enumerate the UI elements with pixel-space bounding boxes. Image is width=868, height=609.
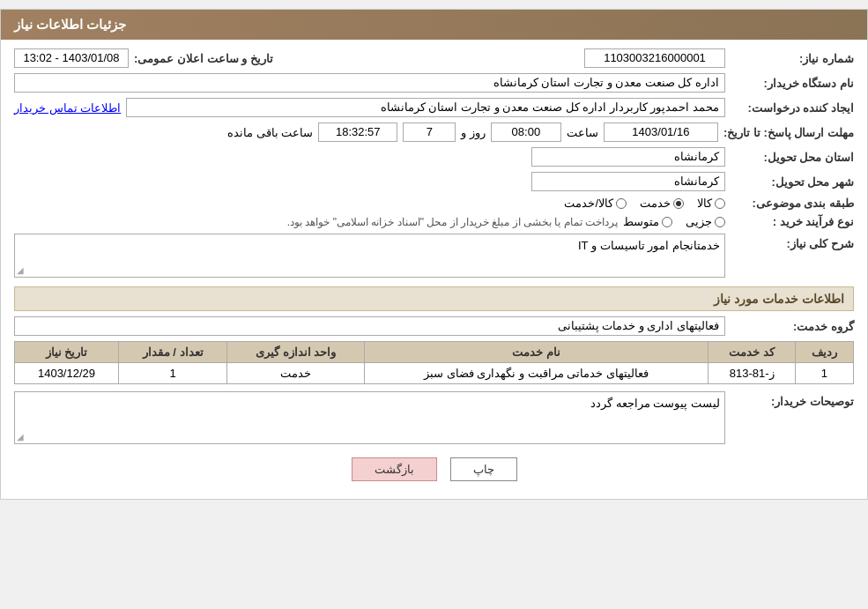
farayand-mota-label: متوسط — [623, 215, 659, 228]
tabaqe-khadamat[interactable]: خدمت — [640, 197, 684, 210]
row-shomare-tarik: شماره نیاز: 1103003216000001 تاریخ و ساع… — [14, 48, 854, 68]
tabaqe-kala-khadamat[interactable]: کالا/خدمت — [564, 197, 627, 210]
farayand-radio-group: جزیی متوسط — [623, 215, 725, 228]
ostan-label: استان محل تحویل: — [731, 151, 854, 164]
sharh-label: شرح کلی نیاز: — [731, 234, 854, 250]
page-wrapper: جزئیات اطلاعات نیاز شماره نیاز: 11030032… — [0, 9, 868, 500]
farayand-label: نوع فرآیند خرید : — [731, 215, 854, 228]
row-mohlat: مهلت ارسال پاسخ: تا تاریخ: 1403/01/16 سا… — [14, 123, 854, 142]
page-title: جزئیات اطلاعات نیاز — [14, 17, 126, 32]
row-tozihat: توصیحات خریدار: لیست پیوست مراجعه گردد ◢ — [14, 391, 854, 444]
farayand-jozi[interactable]: جزیی — [686, 215, 725, 228]
mohlat-time: 08:00 — [491, 123, 561, 142]
resize-icon: ◢ — [17, 265, 24, 275]
ostan-value: کرمانشاه — [531, 147, 725, 167]
farayand-text: پرداخت تمام یا بخشی از مبلغ خریدار از مح… — [287, 216, 618, 228]
nam-dasgah-value: اداره کل صنعت معدن و تجارت استان کرمانشا… — [14, 73, 725, 93]
cell-vahedAndaze: خدمت — [227, 363, 365, 384]
tarik-alan-value: 1403/01/08 - 13:02 — [14, 48, 129, 68]
service-table: ردیف کد خدمت نام خدمت واحد اندازه گیری ت… — [14, 341, 854, 384]
col-kod: کد خدمت — [708, 342, 796, 363]
row-farayand: نوع فرآیند خرید : جزیی متوسط پرداخت تمام… — [14, 215, 854, 228]
tozihat-resize-icon: ◢ — [17, 432, 24, 442]
shomare-niaz-value: 1103003216000001 — [584, 48, 725, 68]
groh-label: گروه خدمت: — [731, 320, 854, 333]
tabaqe-kala-radio[interactable] — [715, 198, 725, 209]
ejad-link[interactable]: اطلاعات تماس خریدار — [14, 101, 121, 115]
groh-value: فعالیتهای اداری و خدمات پشتیبانی — [14, 316, 725, 336]
col-tarik: تاریخ نیاز — [15, 342, 119, 363]
mohlat-date: 1403/01/16 — [604, 123, 718, 142]
farayand-mota-radio[interactable] — [662, 217, 672, 227]
ejad-label: ایجاد کننده درخواست: — [731, 101, 854, 115]
tabaqe-khadamat-radio[interactable] — [673, 198, 684, 209]
page-header: جزئیات اطلاعات نیاز — [1, 10, 867, 40]
nam-dasgah-label: نام دستگاه خریدار: — [731, 77, 854, 90]
farayand-jozi-label: جزیی — [686, 215, 712, 228]
cell-tedad: 1 — [119, 363, 227, 384]
mohlat-roz: 7 — [403, 123, 456, 142]
row-ejad: ایجاد کننده درخواست: محمد احمدپور کاربرد… — [14, 98, 854, 117]
tabaqe-kala-label: کالا — [697, 197, 712, 210]
print-button[interactable]: چاپ — [450, 457, 517, 481]
row-ostan: استان محل تحویل: کرمانشاه — [14, 147, 854, 167]
tozihat-value: لیست پیوست مراجعه گردد — [590, 397, 720, 410]
mohlat-roz-label: روز و — [461, 126, 486, 139]
farayand-jozi-radio[interactable] — [715, 217, 725, 227]
tabaqe-radio-group: کالا خدمت کالا/خدمت — [564, 197, 725, 210]
farayand-mota[interactable]: متوسط — [623, 215, 672, 228]
ejad-value: محمد احمدپور کاربردار اداره کل صنعت معدن… — [126, 98, 725, 117]
row-sharh: شرح کلی نیاز: خدمتانجام امور تاسیسات و I… — [14, 234, 854, 278]
content-area: شماره نیاز: 1103003216000001 تاریخ و ساع… — [1, 40, 867, 499]
mohlat-label: مهلت ارسال پاسخ: تا تاریخ: — [723, 126, 854, 139]
shahr-value: کرمانشاه — [531, 172, 725, 191]
tarik-alan-label: تاریخ و ساعت اعلان عمومی: — [134, 52, 273, 65]
sharh-box: خدمتانجام امور تاسیسات و IT ◢ — [14, 234, 725, 278]
mohlat-baghimande-label: ساعت باقی مانده — [227, 126, 313, 139]
cell-tarikNiaz: 1403/12/29 — [15, 363, 119, 384]
sharh-value: خدمتانجام امور تاسیسات و IT — [578, 239, 720, 252]
tabaqe-kala-khadamat-radio[interactable] — [616, 198, 627, 209]
tozihat-box: لیست پیوست مراجعه گردد ◢ — [14, 391, 725, 444]
cell-namKhadamat: فعالیتهای خدماتی مراقبت و نگهداری فضای س… — [364, 363, 708, 384]
row-tabaqe: طبقه بندی موضوعی: کالا خدمت کالا/خدمت — [14, 197, 854, 210]
table-row: 1ز-81-813فعالیتهای خدماتی مراقبت و نگهدا… — [15, 363, 854, 384]
khadamat-section-title: اطلاعات خدمات مورد نیاز — [14, 286, 854, 311]
col-tedad: تعداد / مقدار — [119, 342, 227, 363]
row-groh: گروه خدمت: فعالیتهای اداری و خدمات پشتیب… — [14, 316, 854, 336]
back-button[interactable]: بازگشت — [352, 457, 437, 481]
tabaqe-kala[interactable]: کالا — [697, 197, 725, 210]
shahr-label: شهر محل تحویل: — [731, 175, 854, 189]
col-nam: نام خدمت — [364, 342, 708, 363]
buttons-row: چاپ بازگشت — [14, 457, 854, 481]
col-radif: ردیف — [795, 342, 853, 363]
cell-kodKhadamat: ز-81-813 — [708, 363, 796, 384]
cell-radif: 1 — [795, 363, 853, 384]
row-shahr: شهر محل تحویل: کرمانشاه — [14, 172, 854, 191]
tabaqe-khadamat-label: خدمت — [640, 197, 671, 210]
col-vahed: واحد اندازه گیری — [227, 342, 365, 363]
mohlat-baghimande: 18:32:57 — [318, 123, 397, 142]
tozihat-label: توصیحات خریدار: — [731, 391, 854, 408]
mohlat-saat-label: ساعت — [567, 126, 598, 139]
shomare-niaz-label: شماره نیاز: — [731, 52, 854, 65]
tabaqe-kala-khadamat-label: کالا/خدمت — [564, 197, 613, 210]
row-nam-dasgah: نام دستگاه خریدار: اداره کل صنعت معدن و … — [14, 73, 854, 93]
tabaqe-label: طبقه بندی موضوعی: — [731, 197, 854, 210]
